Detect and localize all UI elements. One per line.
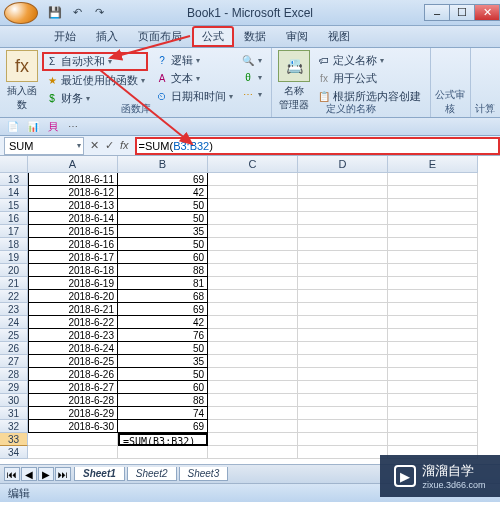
use-in-formula-button[interactable]: fx用于公式 — [314, 70, 424, 87]
cell[interactable] — [208, 381, 298, 394]
cell[interactable]: 69 — [118, 173, 208, 186]
cell[interactable]: 60 — [118, 251, 208, 264]
cell[interactable] — [298, 394, 388, 407]
close-button[interactable]: ✕ — [474, 4, 500, 21]
cell[interactable] — [388, 173, 478, 186]
qat-icon-3[interactable]: ⾙ — [46, 120, 60, 134]
tab-data[interactable]: 数据 — [234, 26, 276, 47]
row-header[interactable]: 30 — [0, 394, 28, 407]
select-all-corner[interactable] — [0, 156, 28, 173]
redo-icon[interactable]: ↷ — [90, 4, 108, 22]
cell[interactable] — [388, 212, 478, 225]
row-header[interactable]: 24 — [0, 316, 28, 329]
row-header[interactable]: 20 — [0, 264, 28, 277]
cell[interactable] — [388, 264, 478, 277]
cell[interactable]: 68 — [118, 290, 208, 303]
tab-page-layout[interactable]: 页面布局 — [128, 26, 192, 47]
cell[interactable] — [388, 186, 478, 199]
row-header[interactable]: 28 — [0, 368, 28, 381]
qat-icon-1[interactable]: 📄 — [6, 120, 20, 134]
more-fn-button[interactable]: ⋯▾ — [238, 86, 265, 102]
cell[interactable]: 50 — [118, 212, 208, 225]
cell[interactable] — [208, 368, 298, 381]
row-header[interactable]: 34 — [0, 446, 28, 459]
cell[interactable]: =SUM(B3:B32) — [118, 433, 208, 446]
row-header[interactable]: 18 — [0, 238, 28, 251]
cell[interactable] — [298, 329, 388, 342]
sheet-tab-2[interactable]: Sheet2 — [127, 467, 177, 481]
cell[interactable] — [208, 251, 298, 264]
cell[interactable]: 35 — [118, 355, 208, 368]
cell[interactable] — [208, 186, 298, 199]
office-button[interactable] — [4, 2, 38, 24]
row-header[interactable]: 32 — [0, 420, 28, 433]
cell[interactable] — [388, 238, 478, 251]
cell[interactable] — [298, 225, 388, 238]
col-header-C[interactable]: C — [208, 156, 298, 173]
cell[interactable] — [208, 355, 298, 368]
cell[interactable] — [388, 199, 478, 212]
tab-formulas[interactable]: 公式 — [192, 26, 234, 47]
text-button[interactable]: A文本▾ — [152, 70, 236, 87]
row-header[interactable]: 15 — [0, 199, 28, 212]
cell[interactable] — [298, 342, 388, 355]
logical-button[interactable]: ?逻辑▾ — [152, 52, 236, 69]
cell[interactable] — [208, 199, 298, 212]
row-header[interactable]: 33 — [0, 433, 28, 446]
cell[interactable]: 50 — [118, 342, 208, 355]
save-icon[interactable]: 💾 — [46, 4, 64, 22]
cell[interactable] — [388, 342, 478, 355]
insert-function-icon[interactable]: fx — [6, 50, 38, 82]
name-manager-icon[interactable]: 📇 — [278, 50, 310, 82]
sheet-nav-next[interactable]: ▶ — [38, 467, 54, 481]
define-name-button[interactable]: 🏷定义名称▾ — [314, 52, 424, 69]
enter-icon[interactable]: ✓ — [105, 139, 114, 152]
cell[interactable] — [208, 225, 298, 238]
cell[interactable] — [298, 446, 388, 459]
cell[interactable] — [298, 173, 388, 186]
cell[interactable]: 60 — [118, 381, 208, 394]
cell[interactable] — [208, 264, 298, 277]
undo-icon[interactable]: ↶ — [68, 4, 86, 22]
cell[interactable]: 74 — [118, 407, 208, 420]
cell[interactable]: 2018-6-11 — [28, 173, 118, 186]
col-header-A[interactable]: A — [28, 156, 118, 173]
cell[interactable]: 2018-6-24 — [28, 342, 118, 355]
row-header[interactable]: 16 — [0, 212, 28, 225]
sheet-nav-prev[interactable]: ◀ — [21, 467, 37, 481]
formula-input[interactable]: =SUM(B3:B32) — [135, 137, 500, 155]
cell[interactable] — [298, 355, 388, 368]
cell[interactable]: 69 — [118, 420, 208, 433]
cell[interactable] — [298, 420, 388, 433]
cell[interactable] — [388, 407, 478, 420]
col-header-E[interactable]: E — [388, 156, 478, 173]
cell[interactable]: 2018-6-19 — [28, 277, 118, 290]
row-header[interactable]: 19 — [0, 251, 28, 264]
cell[interactable]: 2018-6-22 — [28, 316, 118, 329]
cell[interactable] — [208, 446, 298, 459]
cell[interactable] — [298, 368, 388, 381]
cell[interactable]: 88 — [118, 394, 208, 407]
cell[interactable] — [388, 303, 478, 316]
minimize-button[interactable]: – — [424, 4, 450, 21]
cell[interactable]: 2018-6-30 — [28, 420, 118, 433]
cell[interactable] — [298, 407, 388, 420]
cell[interactable] — [298, 251, 388, 264]
cell[interactable] — [28, 446, 118, 459]
cell[interactable] — [388, 290, 478, 303]
cell[interactable]: 69 — [118, 303, 208, 316]
cell[interactable] — [388, 225, 478, 238]
cell[interactable] — [118, 446, 208, 459]
cell[interactable] — [208, 420, 298, 433]
cell[interactable]: 2018-6-20 — [28, 290, 118, 303]
cell[interactable] — [298, 433, 388, 446]
cell[interactable] — [298, 212, 388, 225]
maximize-button[interactable]: ☐ — [449, 4, 475, 21]
row-header[interactable]: 21 — [0, 277, 28, 290]
cell[interactable] — [208, 212, 298, 225]
cell[interactable] — [298, 316, 388, 329]
row-header[interactable]: 17 — [0, 225, 28, 238]
cell[interactable] — [388, 420, 478, 433]
cell[interactable] — [388, 355, 478, 368]
tab-home[interactable]: 开始 — [44, 26, 86, 47]
